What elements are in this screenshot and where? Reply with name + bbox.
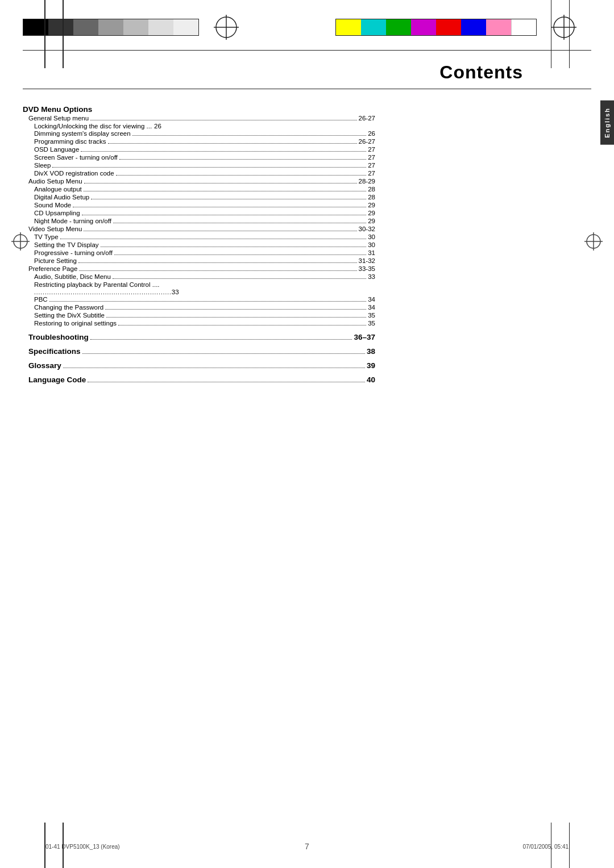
reg-mark-left-top [44,0,45,68]
toc-entry-troubleshooting: Troubleshooting 36–37 [23,333,375,341]
crosshair-left-margin [11,232,30,253]
toc-entry-parental: Restricting playback by Parental Control… [23,281,375,288]
toc-entry-cd-upsampling: CD Upsampling 29 [23,210,375,217]
color-swatch-lighter [173,19,198,35]
crosshair-top-right [547,10,581,44]
color-swatch-red [436,19,461,35]
bottom-bar: 01-41 DVP5100K_13 (Korea) 7 07/01/2005, … [0,842,614,851]
color-swatch-magenta [411,19,436,35]
crosshair-right-margin [584,232,603,253]
reg-mark-left2-top [63,0,64,68]
toc-entry-divx-subtitle: Setting the DivX Subtitle 35 [23,312,375,319]
toc-entry-screensaver: Screen Saver - turning on/off 27 [23,154,375,161]
toc-entry-dimming: Dimming system's display screen 26 [23,130,375,137]
toc-entry-digital-audio: Digital Audio Setup 28 [23,194,375,201]
toc-entry-password: Changing the Password 34 [23,304,375,311]
color-swatch-light1 [123,19,148,35]
crosshair-top-left [209,10,243,44]
color-swatch-blue [461,19,486,35]
toc-entry-programming: Programming disc tracks 26-27 [23,138,375,145]
toc-entry-audio-subtitle: Audio, Subtitle, Disc Menu 33 [23,273,375,281]
toc-entry-tv-display: Setting the TV Display 30 [23,241,375,249]
main-content: DVD Menu Options General Setup menu 26-2… [0,89,614,396]
toc-entry-general-setup: General Setup menu 26-27 [23,115,375,122]
toc-entry-preference: Preference Page 33-35 [23,265,375,273]
toc-container: DVD Menu Options General Setup menu 26-2… [23,89,375,396]
color-swatch-mid1 [73,19,98,35]
bottom-left-text: 01-41 DVP5100K_13 (Korea) [45,844,305,850]
color-swatch-pink [486,19,511,35]
page-number: 7 [305,842,309,851]
toc-entry-sleep: Sleep 27 [23,162,375,169]
toc-entry-night-mode: Night Mode - turning on/off 29 [23,218,375,225]
toc-entry-language-code: Language Code 40 [23,375,375,384]
toc-entry-specifications: Specifications 38 [23,347,375,356]
toc-entry-divx: DivX VOD registration code 27 [23,170,375,177]
toc-entry-video-setup: Video Setup Menu 30-32 [23,226,375,233]
color-bar-area [0,0,614,44]
color-swatch-light2 [148,19,173,35]
toc-entry-restore: Restoring to original settings 35 [23,320,375,327]
toc-entry-sound-mode: Sound Mode 29 [23,202,375,209]
color-swatch-dark [48,19,73,35]
toc-entry-tv-type: TV Type 30 [23,233,375,241]
english-tab: English [600,101,614,145]
color-bar-right [335,19,537,36]
toc-entry-analogue: Analogue output 28 [23,186,375,193]
toc-entry-progressive: Progressive - turning on/off 31 [23,249,375,257]
toc-entry-audio-setup: Audio Setup Menu 28-29 [23,178,375,185]
toc-entry-parental-page: ........................................… [23,289,375,295]
toc-entry-glossary: Glossary 39 [23,361,375,370]
color-swatch-mid2 [98,19,123,35]
color-bar-left [23,19,199,36]
bottom-right-text: 07/01/2005, 05:41 [309,844,569,850]
reg-mark-right-top [569,0,570,68]
color-swatch-yellow [336,19,361,35]
toc-section-dvd-menu: DVD Menu Options [23,105,375,114]
color-swatch-cyan [361,19,386,35]
toc-entry-osd: OSD Language 27 [23,146,375,153]
toc-entry-pbc: PBC 34 [23,296,375,303]
toc-entry-locking: Locking/Unlocking the disc for viewing .… [23,123,375,130]
color-swatch-white [511,19,536,35]
reg-mark-right2-top [551,0,552,68]
color-swatch-green [386,19,411,35]
toc-entry-picture-setting: Picture Setting 31-32 [23,257,375,265]
page-title: Contents [0,51,614,89]
